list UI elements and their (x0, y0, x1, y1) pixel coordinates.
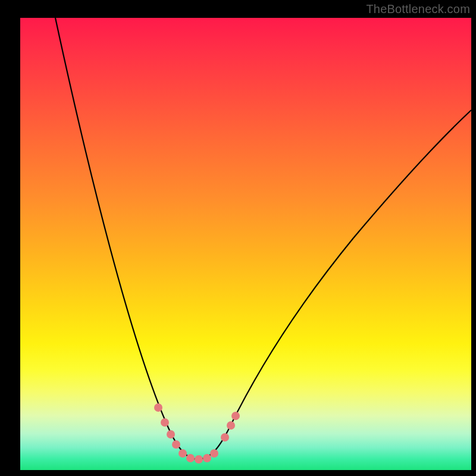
bottleneck-curve (20, 18, 471, 470)
svg-point-2 (167, 430, 175, 439)
svg-point-4 (178, 449, 187, 458)
svg-point-1 (161, 418, 169, 427)
svg-point-10 (227, 421, 235, 430)
svg-point-5 (186, 454, 195, 462)
curve-path (55, 18, 471, 459)
svg-point-0 (154, 403, 162, 412)
svg-point-6 (195, 455, 203, 464)
watermark-text: TheBottleneck.com (366, 2, 470, 16)
chart-container: TheBottleneck.com (0, 0, 476, 476)
svg-point-9 (221, 433, 229, 441)
svg-point-11 (231, 412, 240, 420)
svg-point-8 (210, 449, 218, 458)
svg-point-3 (172, 440, 180, 449)
svg-point-7 (203, 454, 211, 462)
